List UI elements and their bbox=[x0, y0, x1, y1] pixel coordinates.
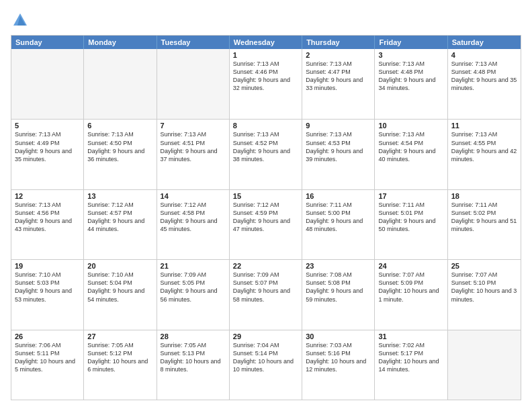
calendar-cell: 30Sunrise: 7:03 AM Sunset: 5:16 PM Dayli… bbox=[302, 330, 375, 400]
cell-info: Sunrise: 7:13 AM Sunset: 4:47 PM Dayligh… bbox=[306, 60, 371, 93]
calendar-cell: 22Sunrise: 7:09 AM Sunset: 5:07 PM Dayli… bbox=[230, 260, 302, 329]
calendar-cell: 28Sunrise: 7:05 AM Sunset: 5:13 PM Dayli… bbox=[157, 330, 230, 400]
day-number: 27 bbox=[87, 332, 152, 340]
day-number: 22 bbox=[233, 262, 298, 270]
day-number: 24 bbox=[378, 262, 443, 270]
day-number: 14 bbox=[161, 192, 226, 200]
header-day-tuesday: Tuesday bbox=[157, 36, 230, 49]
calendar-cell bbox=[11, 49, 84, 119]
cell-info: Sunrise: 7:06 AM Sunset: 5:11 PM Dayligh… bbox=[15, 341, 80, 374]
day-number: 23 bbox=[306, 262, 371, 270]
calendar-cell: 9Sunrise: 7:13 AM Sunset: 4:53 PM Daylig… bbox=[302, 120, 375, 189]
day-number: 12 bbox=[15, 192, 80, 200]
calendar-row-0: 1Sunrise: 7:13 AM Sunset: 4:46 PM Daylig… bbox=[11, 49, 521, 119]
calendar-cell: 2Sunrise: 7:13 AM Sunset: 4:47 PM Daylig… bbox=[302, 49, 375, 119]
cell-info: Sunrise: 7:03 AM Sunset: 5:16 PM Dayligh… bbox=[306, 341, 371, 374]
cell-info: Sunrise: 7:12 AM Sunset: 4:57 PM Dayligh… bbox=[87, 201, 152, 234]
page: SundayMondayTuesdayWednesdayThursdayFrid… bbox=[0, 0, 532, 411]
calendar-cell: 18Sunrise: 7:11 AM Sunset: 5:02 PM Dayli… bbox=[448, 190, 521, 259]
calendar-cell: 6Sunrise: 7:13 AM Sunset: 4:50 PM Daylig… bbox=[84, 120, 157, 189]
header-day-friday: Friday bbox=[375, 36, 447, 49]
cell-info: Sunrise: 7:07 AM Sunset: 5:10 PM Dayligh… bbox=[451, 271, 517, 304]
calendar-cell: 7Sunrise: 7:13 AM Sunset: 4:51 PM Daylig… bbox=[157, 120, 230, 189]
day-number: 16 bbox=[306, 192, 371, 200]
cell-info: Sunrise: 7:11 AM Sunset: 5:00 PM Dayligh… bbox=[306, 201, 371, 234]
day-number: 6 bbox=[87, 122, 152, 130]
day-number: 29 bbox=[233, 332, 298, 340]
calendar-cell: 29Sunrise: 7:04 AM Sunset: 5:14 PM Dayli… bbox=[230, 330, 302, 400]
calendar-cell: 16Sunrise: 7:11 AM Sunset: 5:00 PM Dayli… bbox=[302, 190, 375, 259]
cell-info: Sunrise: 7:13 AM Sunset: 4:50 PM Dayligh… bbox=[87, 130, 152, 163]
day-number: 13 bbox=[87, 192, 152, 200]
calendar-cell bbox=[157, 49, 230, 119]
calendar-cell: 25Sunrise: 7:07 AM Sunset: 5:10 PM Dayli… bbox=[448, 260, 521, 329]
cell-info: Sunrise: 7:13 AM Sunset: 4:51 PM Dayligh… bbox=[161, 130, 226, 163]
cell-info: Sunrise: 7:13 AM Sunset: 4:54 PM Dayligh… bbox=[378, 130, 443, 163]
day-number: 4 bbox=[451, 51, 517, 59]
calendar-cell: 14Sunrise: 7:12 AM Sunset: 4:58 PM Dayli… bbox=[157, 190, 230, 259]
calendar-cell: 3Sunrise: 7:13 AM Sunset: 4:48 PM Daylig… bbox=[375, 49, 447, 119]
logo-icon bbox=[11, 11, 30, 30]
calendar-cell: 10Sunrise: 7:13 AM Sunset: 4:54 PM Dayli… bbox=[375, 120, 447, 189]
calendar-cell: 12Sunrise: 7:13 AM Sunset: 4:56 PM Dayli… bbox=[11, 190, 84, 259]
calendar-row-4: 26Sunrise: 7:06 AM Sunset: 5:11 PM Dayli… bbox=[11, 330, 521, 400]
calendar-row-1: 5Sunrise: 7:13 AM Sunset: 4:49 PM Daylig… bbox=[11, 119, 521, 189]
cell-info: Sunrise: 7:09 AM Sunset: 5:07 PM Dayligh… bbox=[233, 271, 298, 304]
day-number: 31 bbox=[378, 332, 443, 340]
calendar: SundayMondayTuesdayWednesdayThursdayFrid… bbox=[11, 35, 521, 400]
header bbox=[11, 11, 521, 30]
cell-info: Sunrise: 7:11 AM Sunset: 5:01 PM Dayligh… bbox=[378, 201, 443, 234]
calendar-cell: 17Sunrise: 7:11 AM Sunset: 5:01 PM Dayli… bbox=[375, 190, 447, 259]
cell-info: Sunrise: 7:05 AM Sunset: 5:13 PM Dayligh… bbox=[161, 341, 226, 374]
day-number: 18 bbox=[451, 192, 517, 200]
cell-info: Sunrise: 7:13 AM Sunset: 4:55 PM Dayligh… bbox=[451, 130, 517, 163]
calendar-row-2: 12Sunrise: 7:13 AM Sunset: 4:56 PM Dayli… bbox=[11, 189, 521, 259]
calendar-cell: 4Sunrise: 7:13 AM Sunset: 4:48 PM Daylig… bbox=[448, 49, 521, 119]
cell-info: Sunrise: 7:13 AM Sunset: 4:49 PM Dayligh… bbox=[15, 130, 80, 163]
calendar-cell bbox=[84, 49, 157, 119]
day-number: 1 bbox=[233, 51, 298, 59]
day-number: 8 bbox=[233, 122, 298, 130]
day-number: 25 bbox=[451, 262, 517, 270]
day-number: 9 bbox=[306, 122, 371, 130]
cell-info: Sunrise: 7:10 AM Sunset: 5:03 PM Dayligh… bbox=[15, 271, 80, 304]
calendar-row-3: 19Sunrise: 7:10 AM Sunset: 5:03 PM Dayli… bbox=[11, 259, 521, 329]
day-number: 7 bbox=[161, 122, 226, 130]
calendar-cell: 26Sunrise: 7:06 AM Sunset: 5:11 PM Dayli… bbox=[11, 330, 84, 400]
calendar-cell: 31Sunrise: 7:02 AM Sunset: 5:17 PM Dayli… bbox=[375, 330, 447, 400]
cell-info: Sunrise: 7:13 AM Sunset: 4:48 PM Dayligh… bbox=[451, 60, 517, 93]
calendar-cell: 23Sunrise: 7:08 AM Sunset: 5:08 PM Dayli… bbox=[302, 260, 375, 329]
calendar-body: 1Sunrise: 7:13 AM Sunset: 4:46 PM Daylig… bbox=[11, 49, 521, 400]
calendar-cell: 24Sunrise: 7:07 AM Sunset: 5:09 PM Dayli… bbox=[375, 260, 447, 329]
day-number: 17 bbox=[378, 192, 443, 200]
calendar-cell: 5Sunrise: 7:13 AM Sunset: 4:49 PM Daylig… bbox=[11, 120, 84, 189]
calendar-cell: 13Sunrise: 7:12 AM Sunset: 4:57 PM Dayli… bbox=[84, 190, 157, 259]
day-number: 5 bbox=[15, 122, 80, 130]
calendar-cell: 11Sunrise: 7:13 AM Sunset: 4:55 PM Dayli… bbox=[448, 120, 521, 189]
calendar-cell: 19Sunrise: 7:10 AM Sunset: 5:03 PM Dayli… bbox=[11, 260, 84, 329]
cell-info: Sunrise: 7:07 AM Sunset: 5:09 PM Dayligh… bbox=[378, 271, 443, 304]
day-number: 28 bbox=[161, 332, 226, 340]
day-number: 19 bbox=[15, 262, 80, 270]
calendar-cell: 27Sunrise: 7:05 AM Sunset: 5:12 PM Dayli… bbox=[84, 330, 157, 400]
cell-info: Sunrise: 7:13 AM Sunset: 4:53 PM Dayligh… bbox=[306, 130, 371, 163]
day-number: 20 bbox=[87, 262, 152, 270]
calendar-cell: 1Sunrise: 7:13 AM Sunset: 4:46 PM Daylig… bbox=[230, 49, 302, 119]
header-day-monday: Monday bbox=[84, 36, 157, 49]
cell-info: Sunrise: 7:02 AM Sunset: 5:17 PM Dayligh… bbox=[378, 341, 443, 374]
day-number: 30 bbox=[306, 332, 371, 340]
calendar-cell: 15Sunrise: 7:12 AM Sunset: 4:59 PM Dayli… bbox=[230, 190, 302, 259]
cell-info: Sunrise: 7:10 AM Sunset: 5:04 PM Dayligh… bbox=[87, 271, 152, 304]
header-day-thursday: Thursday bbox=[302, 36, 375, 49]
calendar-cell: 8Sunrise: 7:13 AM Sunset: 4:52 PM Daylig… bbox=[230, 120, 302, 189]
cell-info: Sunrise: 7:13 AM Sunset: 4:52 PM Dayligh… bbox=[233, 130, 298, 163]
header-day-saturday: Saturday bbox=[448, 36, 521, 49]
cell-info: Sunrise: 7:12 AM Sunset: 4:58 PM Dayligh… bbox=[161, 201, 226, 234]
day-number: 15 bbox=[233, 192, 298, 200]
cell-info: Sunrise: 7:09 AM Sunset: 5:05 PM Dayligh… bbox=[161, 271, 226, 304]
calendar-cell bbox=[448, 330, 521, 400]
calendar-cell: 21Sunrise: 7:09 AM Sunset: 5:05 PM Dayli… bbox=[157, 260, 230, 329]
day-number: 10 bbox=[378, 122, 443, 130]
cell-info: Sunrise: 7:08 AM Sunset: 5:08 PM Dayligh… bbox=[306, 271, 371, 304]
cell-info: Sunrise: 7:13 AM Sunset: 4:48 PM Dayligh… bbox=[378, 60, 443, 93]
